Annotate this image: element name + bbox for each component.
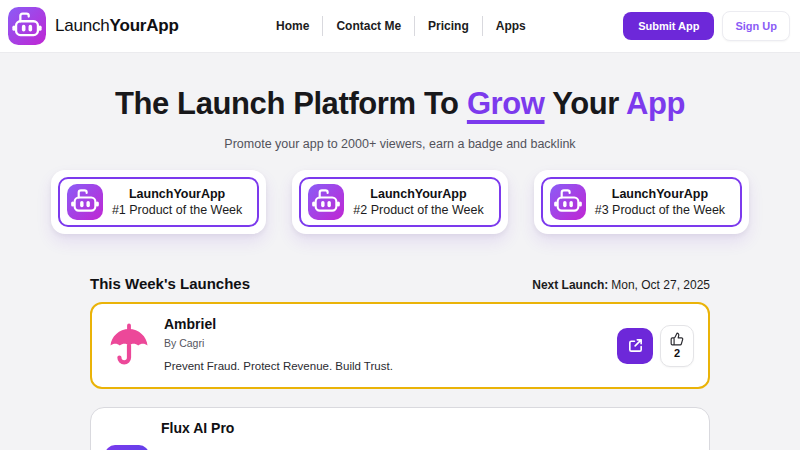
hero-title: The Launch Platform To Grow Your App [0, 86, 800, 122]
app-description: Prevent Fraud. Protect Revenue. Build Tr… [164, 360, 605, 372]
external-link-icon [627, 337, 644, 354]
badge-product-week-2[interactable]: LaunchYourApp #2 Product of the Week [292, 170, 507, 234]
badge-product-week-3[interactable]: LaunchYourApp #3 Product of the Week [534, 170, 749, 234]
hero-highlight-app: App [626, 86, 685, 121]
launches-section: This Week's Launches Next Launch:Mon, Oc… [90, 275, 710, 450]
badge-brand: LaunchYourApp [595, 187, 725, 201]
upvote-button[interactable]: 2 [660, 325, 694, 367]
next-launch: Next Launch:Mon, Oct 27, 2025 [532, 278, 710, 292]
hero-highlight-grow: Grow [467, 86, 545, 121]
launch-card-ambriel[interactable]: Ambriel By Cagri Prevent Fraud. Protect … [90, 302, 710, 389]
app-logo [105, 445, 149, 450]
robot-logo-icon [67, 184, 103, 220]
launch-card-flux-ai-pro[interactable]: Flux AI Pro [90, 407, 710, 450]
hero-section: The Launch Platform To Grow Your App Pro… [0, 53, 800, 234]
umbrella-icon [106, 323, 152, 369]
robot-logo-icon [550, 184, 586, 220]
brand[interactable]: LaunchYourApp [8, 7, 179, 45]
open-app-button[interactable] [617, 328, 653, 364]
vote-count: 2 [674, 347, 680, 359]
app-name: Flux AI Pro [161, 420, 695, 436]
badge-brand: LaunchYourApp [353, 187, 483, 201]
nav-pricing[interactable]: Pricing [414, 16, 482, 36]
launches-heading: This Week's Launches [90, 275, 250, 292]
brand-name: LaunchYourApp [55, 16, 179, 36]
nav-contact[interactable]: Contact Me [322, 16, 414, 36]
badges-row: LaunchYourApp #1 Product of the Week Lau… [0, 170, 800, 234]
badge-label: #2 Product of the Week [353, 203, 483, 217]
app-name: Ambriel [164, 316, 605, 332]
hero-subtitle: Promote your app to 2000+ viewers, earn … [0, 137, 800, 151]
badge-product-week-1[interactable]: LaunchYourApp #1 Product of the Week [51, 170, 266, 234]
badge-brand: LaunchYourApp [112, 187, 242, 201]
robot-logo-icon [8, 7, 46, 45]
thumbs-up-icon [670, 332, 684, 346]
header-actions: Submit App Sign Up [623, 11, 790, 41]
badge-label: #3 Product of the Week [595, 203, 725, 217]
app-author: By Cagri [164, 337, 605, 349]
header: LaunchYourApp Home Contact Me Pricing Ap… [0, 0, 800, 53]
submit-app-button[interactable]: Submit App [623, 12, 714, 40]
sign-up-button[interactable]: Sign Up [722, 11, 790, 41]
main-nav: Home Contact Me Pricing Apps [179, 16, 623, 36]
nav-home[interactable]: Home [263, 16, 322, 36]
badge-label: #1 Product of the Week [112, 203, 242, 217]
nav-apps[interactable]: Apps [482, 16, 539, 36]
robot-logo-icon [308, 184, 344, 220]
